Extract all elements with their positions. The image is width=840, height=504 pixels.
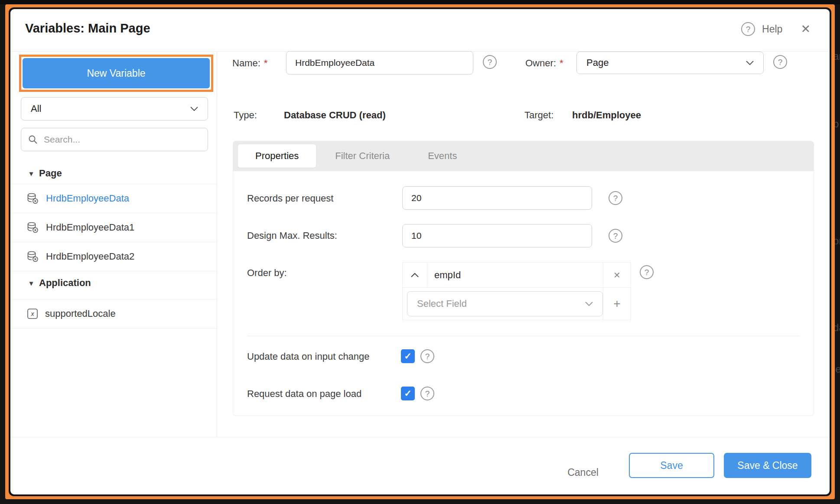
chevron-down-icon bbox=[190, 107, 198, 111]
sidebar-item-supportedlocale[interactable]: x supportedLocale bbox=[10, 299, 217, 328]
dialog-title: Variables: Main Page bbox=[25, 21, 150, 36]
order-by-widget: empId ✕ Select Field + bbox=[402, 262, 631, 320]
chevron-down-icon bbox=[585, 302, 593, 306]
owner-selected-value: Page bbox=[586, 57, 609, 68]
group-label: Application bbox=[39, 277, 91, 289]
required-marker: * bbox=[560, 58, 563, 68]
database-variable-icon bbox=[27, 221, 39, 234]
order-by-label: Order by: bbox=[247, 267, 287, 279]
target-value: hrdb/Employee bbox=[572, 110, 641, 121]
target-label: Target: bbox=[524, 110, 553, 121]
search-input[interactable] bbox=[43, 134, 201, 145]
screen: arc b or da le Variables: Main Page ? He… bbox=[0, 0, 840, 504]
cancel-button[interactable]: Cancel bbox=[559, 460, 607, 485]
required-marker: * bbox=[264, 58, 268, 68]
filter-selected-value: All bbox=[31, 103, 41, 114]
divider bbox=[10, 328, 217, 328]
static-variable-icon: x bbox=[27, 308, 38, 319]
annotation-frame: Variables: Main Page ? Help ✕ New Variab… bbox=[5, 4, 835, 499]
design-max-results-label: Design Max. Results: bbox=[247, 230, 337, 241]
caret-down-icon: ▾ bbox=[29, 279, 33, 287]
order-by-field-value[interactable]: empId bbox=[427, 263, 603, 287]
name-label: Name:* bbox=[232, 58, 267, 69]
help-link[interactable]: Help bbox=[762, 23, 782, 35]
database-variable-icon bbox=[27, 192, 39, 205]
footer-divider bbox=[10, 437, 830, 437]
design-max-results-input[interactable] bbox=[402, 224, 592, 247]
max-results-help-icon[interactable]: ? bbox=[609, 229, 622, 243]
group-label: Page bbox=[39, 168, 62, 179]
select-field-dropdown[interactable]: Select Field bbox=[407, 291, 603, 316]
database-variable-icon bbox=[27, 250, 39, 263]
new-variable-button[interactable]: New Variable bbox=[23, 58, 210, 88]
name-input[interactable] bbox=[286, 51, 473, 75]
background-toolbar bbox=[0, 0, 840, 4]
search-field[interactable] bbox=[21, 128, 208, 151]
sidebar-item-label: HrdbEmployeeData1 bbox=[46, 222, 134, 233]
tab-properties[interactable]: Properties bbox=[238, 144, 316, 168]
sidebar-item-label: HrdbEmployeeData bbox=[46, 193, 129, 204]
owner-label: Owner:* bbox=[525, 58, 563, 69]
records-help-icon[interactable]: ? bbox=[609, 191, 622, 205]
select-field-placeholder: Select Field bbox=[417, 298, 467, 309]
type-value: Database CRUD (read) bbox=[284, 110, 386, 121]
request-on-load-checkbox[interactable]: ✓ bbox=[401, 387, 415, 400]
records-per-request-input[interactable] bbox=[402, 186, 592, 210]
owner-select[interactable]: Page bbox=[576, 52, 764, 74]
request-on-load-help-icon[interactable]: ? bbox=[420, 387, 434, 400]
sort-direction-button[interactable] bbox=[403, 263, 427, 287]
close-icon[interactable]: ✕ bbox=[801, 22, 811, 36]
search-icon bbox=[28, 135, 38, 144]
sidebar-item-hrdbemployeedata1[interactable]: HrdbEmployeeData1 bbox=[10, 213, 217, 242]
sidebar-item-hrdbemployeedata2[interactable]: HrdbEmployeeData2 bbox=[10, 242, 217, 271]
sidebar-group-application[interactable]: ▾ Application bbox=[10, 273, 217, 293]
add-order-field-button[interactable]: + bbox=[603, 288, 631, 320]
chevron-up-icon bbox=[411, 273, 419, 277]
order-by-help-icon[interactable]: ? bbox=[640, 265, 654, 279]
sidebar-item-hrdbemployeedata[interactable]: HrdbEmployeeData bbox=[10, 184, 217, 213]
update-on-input-help-icon[interactable]: ? bbox=[420, 349, 434, 363]
owner-help-icon[interactable]: ? bbox=[773, 55, 787, 69]
name-help-icon[interactable]: ? bbox=[483, 55, 497, 69]
save-button[interactable]: Save bbox=[629, 453, 714, 478]
divider bbox=[10, 271, 217, 271]
save-and-close-button[interactable]: Save & Close bbox=[724, 453, 811, 478]
tab-events[interactable]: Events bbox=[409, 144, 476, 168]
remove-order-field-button[interactable]: ✕ bbox=[603, 263, 631, 287]
request-on-load-label: Request data on page load bbox=[247, 388, 361, 400]
tab-bar: Properties Filter Criteria Events bbox=[233, 141, 814, 171]
sidebar-divider bbox=[217, 51, 217, 437]
update-on-input-label: Update data on input change bbox=[247, 351, 370, 362]
svg-text:x: x bbox=[31, 310, 35, 317]
variable-type-filter-select[interactable]: All bbox=[21, 97, 208, 120]
variables-dialog: Variables: Main Page ? Help ✕ New Variab… bbox=[10, 9, 830, 494]
type-label: Type: bbox=[234, 110, 257, 121]
sidebar-group-page[interactable]: ▾ Page bbox=[10, 163, 217, 184]
caret-down-icon: ▾ bbox=[29, 169, 33, 178]
chevron-down-icon bbox=[746, 61, 754, 65]
records-per-request-label: Records per request bbox=[247, 193, 333, 204]
update-on-input-checkbox[interactable]: ✓ bbox=[401, 349, 415, 363]
sidebar-item-label: HrdbEmployeeData2 bbox=[46, 251, 134, 262]
modal-ring: Variables: Main Page ? Help ✕ New Variab… bbox=[9, 7, 831, 496]
sidebar-item-label: supportedLocale bbox=[45, 308, 116, 319]
divider bbox=[247, 336, 800, 336]
help-icon[interactable]: ? bbox=[741, 22, 755, 36]
tab-filter-criteria[interactable]: Filter Criteria bbox=[316, 144, 409, 168]
